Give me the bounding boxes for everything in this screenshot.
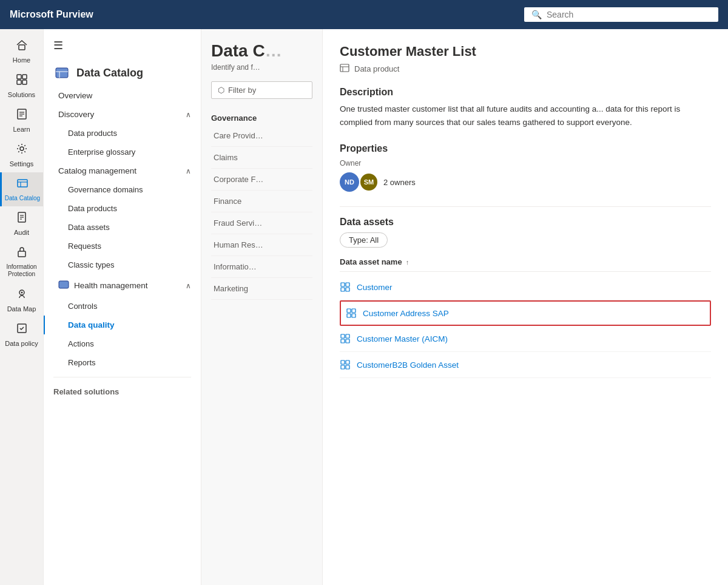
sidebar-label-reports: Reports bbox=[68, 358, 96, 367]
sidebar-item-health-management[interactable]: Health management ∧ bbox=[44, 274, 201, 297]
sidebar-divider bbox=[53, 377, 191, 377]
sidebar-label-data-quality: Data quality bbox=[68, 320, 115, 330]
nav-label-data-map: Data Map bbox=[7, 305, 36, 313]
health-management-icon bbox=[58, 279, 69, 292]
filter-bar[interactable]: ⬡ Filter by bbox=[211, 81, 312, 99]
home-icon bbox=[16, 39, 28, 54]
solutions-icon bbox=[16, 73, 28, 89]
sidebar-catalog-icon bbox=[53, 64, 70, 81]
svg-rect-3 bbox=[17, 80, 21, 84]
sidebar-item-information-protection[interactable]: Information Protection bbox=[0, 241, 43, 283]
asset-row-customer[interactable]: Customer bbox=[340, 274, 711, 300]
search-box[interactable]: 🔍 bbox=[524, 7, 718, 22]
list-item-human-res[interactable]: Human Res… bbox=[211, 234, 312, 256]
gear-icon bbox=[16, 143, 28, 158]
sidebar-item-classic-types[interactable]: Classic types bbox=[44, 255, 201, 274]
sidebar-item-settings[interactable]: Settings bbox=[0, 138, 43, 172]
nav-label-solutions: Solutions bbox=[8, 91, 35, 98]
svg-rect-43 bbox=[346, 360, 349, 364]
list-item-corporate[interactable]: Corporate F… bbox=[211, 169, 312, 191]
sidebar-item-catalog-management[interactable]: Catalog management ∧ bbox=[44, 161, 201, 180]
sidebar-label-governance-domains: Governance domains bbox=[68, 185, 143, 194]
sidebar-item-home[interactable]: Home bbox=[0, 34, 43, 69]
sidebar-label-health-management: Health management bbox=[74, 281, 148, 290]
sidebar-item-controls[interactable]: Controls bbox=[44, 297, 201, 316]
svg-rect-39 bbox=[346, 334, 349, 338]
sidebar-label-catalog-management: Catalog management bbox=[58, 166, 136, 175]
chevron-up-icon-2: ∧ bbox=[186, 167, 191, 175]
list-item-marketing[interactable]: Marketing bbox=[211, 278, 312, 300]
owners-divider bbox=[340, 206, 711, 207]
sidebar-item-data-map[interactable]: Data Map bbox=[0, 283, 43, 317]
data-map-icon bbox=[16, 288, 28, 303]
asset-row-customer-address-sap[interactable]: Customer Address SAP bbox=[340, 300, 711, 326]
list-item-claims[interactable]: Claims bbox=[211, 147, 312, 169]
sidebar-item-overview[interactable]: Overview bbox=[44, 86, 201, 105]
learn-icon bbox=[16, 108, 28, 123]
sidebar-label-overview: Overview bbox=[58, 91, 92, 100]
middle-panel-title: Data C… bbox=[211, 41, 312, 61]
middle-panel-subtitle: Identify and f… bbox=[211, 63, 312, 72]
asset-row-customer-master-aicm[interactable]: Customer Master (AICM) bbox=[340, 326, 711, 352]
sidebar-title: Data Catalog bbox=[76, 67, 143, 79]
sidebar-item-enterprise-glossary[interactable]: Enterprise glossary bbox=[44, 143, 201, 161]
detail-type-label: Data product bbox=[354, 64, 399, 73]
sidebar-item-solutions[interactable]: Solutions bbox=[0, 69, 43, 103]
svg-rect-35 bbox=[352, 309, 356, 313]
svg-point-9 bbox=[20, 147, 24, 150]
sidebar-label-actions: Actions bbox=[68, 339, 94, 348]
detail-title: Customer Master List bbox=[340, 44, 711, 59]
sidebar-item-audit[interactable]: Audit bbox=[0, 206, 43, 241]
owner-label: Owner bbox=[340, 159, 711, 167]
asset-label-customerb2b: CustomerB2B Golden Asset bbox=[357, 360, 459, 370]
sidebar-item-reports[interactable]: Reports bbox=[44, 353, 201, 372]
sidebar-label-requests: Requests bbox=[68, 242, 101, 251]
list-item-fraud[interactable]: Fraud Servi… bbox=[211, 212, 312, 234]
sidebar-item-data-quality[interactable]: Data quality bbox=[44, 316, 201, 334]
svg-rect-30 bbox=[341, 283, 345, 286]
sidebar-item-learn[interactable]: Learn bbox=[0, 103, 43, 138]
list-item-care-provider[interactable]: Care Provid… bbox=[211, 125, 312, 147]
detail-type-row: Data product bbox=[340, 63, 711, 75]
sidebar-item-governance-domains[interactable]: Governance domains bbox=[44, 180, 201, 199]
nav-label-data-policy: Data policy bbox=[5, 340, 38, 347]
data-product-icon bbox=[340, 63, 349, 75]
type-filter-label: Type: All bbox=[349, 235, 379, 245]
description-text: One trusted master customer list that al… bbox=[340, 103, 711, 129]
sidebar-item-actions[interactable]: Actions bbox=[44, 334, 201, 353]
assets-table-header: Data asset name ↑ bbox=[340, 257, 711, 272]
sidebar-item-requests[interactable]: Requests bbox=[44, 237, 201, 255]
properties-title: Properties bbox=[340, 143, 711, 154]
sidebar-item-data-assets[interactable]: Data assets bbox=[44, 218, 201, 237]
hamburger-menu[interactable]: ☰ bbox=[44, 34, 201, 59]
sidebar-item-catalog-data-products[interactable]: Data products bbox=[44, 199, 201, 218]
grid-icon-customerb2b bbox=[340, 359, 351, 370]
sidebar-label-data-assets: Data assets bbox=[68, 223, 110, 232]
sidebar-item-data-catalog[interactable]: Data Catalog bbox=[0, 172, 43, 206]
sidebar-label-catalog-data-products: Data products bbox=[68, 204, 117, 213]
sidebar-label-enterprise-glossary: Enterprise glossary bbox=[68, 147, 135, 157]
svg-point-19 bbox=[21, 292, 22, 294]
list-group-governance: Governance bbox=[211, 109, 312, 125]
sidebar-item-discovery-data-products[interactable]: Data products bbox=[44, 124, 201, 143]
asset-label-customer: Customer bbox=[357, 283, 393, 292]
data-assets-title: Data assets bbox=[340, 217, 711, 228]
search-input[interactable] bbox=[547, 10, 711, 19]
list-item-finance[interactable]: Finance bbox=[211, 191, 312, 212]
svg-rect-31 bbox=[346, 283, 349, 286]
asset-row-customerb2b[interactable]: CustomerB2B Golden Asset bbox=[340, 352, 711, 378]
sidebar-item-discovery[interactable]: Discovery ∧ bbox=[44, 105, 201, 124]
chevron-up-icon-3: ∧ bbox=[186, 282, 191, 290]
sidebar-item-data-policy[interactable]: Data policy bbox=[0, 317, 43, 352]
svg-rect-38 bbox=[341, 334, 345, 338]
topbar: Microsoft Purview 🔍 bbox=[0, 0, 728, 29]
sidebar-section-header: Data Catalog bbox=[44, 59, 201, 86]
grid-icon-customer bbox=[340, 282, 351, 292]
svg-rect-45 bbox=[346, 365, 349, 369]
nav-label-settings: Settings bbox=[10, 160, 34, 167]
type-filter-badge[interactable]: Type: All bbox=[340, 232, 388, 248]
list-item-information[interactable]: Informatio… bbox=[211, 256, 312, 278]
sidebar-label-controls: Controls bbox=[68, 302, 97, 311]
grid-icon-customer-address-sap bbox=[346, 308, 357, 319]
data-assets-section: Data assets Type: All Data asset name ↑ … bbox=[340, 217, 711, 378]
